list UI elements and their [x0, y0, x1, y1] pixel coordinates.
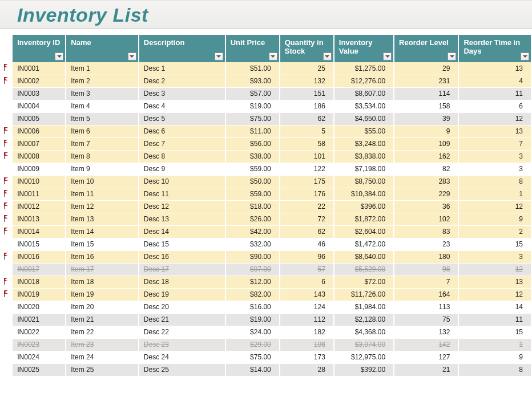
table-row[interactable]: IN0010Item 10Desc 10$50.00175$8,750.0028… [0, 175, 531, 188]
cell-value[interactable]: $2,128.00 [334, 313, 394, 326]
cell-unit-price[interactable]: $14.00 [225, 363, 280, 376]
cell-unit-price[interactable]: $56.00 [225, 137, 280, 150]
cell-inventory-id[interactable]: IN0018 [13, 276, 66, 288]
cell-value[interactable]: $1,275.00 [334, 62, 394, 75]
cell-value[interactable]: $4,650.00 [334, 112, 394, 125]
table-row[interactable]: IN0015Item 15Desc 15$32.0046$1,472.00231… [0, 238, 531, 250]
cell-name[interactable]: Item 3 [66, 87, 139, 100]
cell-value[interactable]: $8,750.00 [334, 175, 394, 188]
cell-reorder-level[interactable]: 83 [394, 225, 458, 238]
cell-qty[interactable]: 112 [280, 313, 334, 326]
cell-inventory-id[interactable]: IN0008 [13, 150, 66, 163]
table-row[interactable]: IN0018Item 18Desc 18$12.006$72.00713 [0, 276, 531, 288]
cell-reorder-time[interactable]: 12 [458, 200, 531, 213]
cell-inventory-id[interactable]: IN0024 [13, 351, 66, 363]
cell-description[interactable]: Desc 17 [139, 263, 225, 276]
cell-description[interactable]: Desc 6 [139, 125, 225, 137]
table-row[interactable]: IN0001Item 1Desc 1$51.0025$1,275.002913 [0, 62, 531, 75]
cell-reorder-level[interactable]: 127 [394, 351, 458, 363]
table-row[interactable]: IN0017Item 17Desc 17$97.0057$5,529.00981… [0, 263, 531, 276]
table-row[interactable]: IN0025Item 25Desc 25$14.0028$392.00218 [0, 363, 531, 376]
header-reorder-level[interactable]: Reorder Level [394, 35, 458, 62]
filter-dropdown-icon[interactable] [128, 52, 136, 60]
cell-reorder-level[interactable]: 36 [394, 200, 458, 213]
table-row[interactable]: IN0020Item 20Desc 20$16.00124$1,984.0011… [0, 301, 531, 313]
cell-description[interactable]: Desc 15 [139, 238, 225, 250]
cell-value[interactable]: $55.00 [334, 125, 394, 137]
cell-reorder-level[interactable]: 98 [394, 263, 458, 276]
cell-unit-price[interactable]: $29.00 [225, 338, 280, 351]
filter-dropdown-icon[interactable] [383, 52, 392, 60]
cell-inventory-id[interactable]: IN0011 [13, 188, 66, 200]
cell-reorder-level[interactable]: 231 [394, 75, 458, 87]
cell-reorder-time[interactable]: 13 [458, 276, 531, 288]
cell-unit-price[interactable]: $19.00 [225, 100, 280, 112]
cell-reorder-level[interactable]: 109 [394, 137, 458, 150]
cell-qty[interactable]: 173 [280, 351, 334, 363]
cell-value[interactable]: $2,604.00 [334, 225, 394, 238]
cell-name[interactable]: Item 20 [66, 301, 139, 313]
table-row[interactable]: IN0008Item 8Desc 8$38.00101$3,838.001623 [0, 150, 531, 163]
filter-dropdown-icon[interactable] [323, 52, 332, 60]
cell-inventory-id[interactable]: IN0023 [13, 338, 66, 351]
cell-inventory-id[interactable]: IN0003 [13, 87, 66, 100]
table-row[interactable]: IN0016Item 16Desc 16$90.0096$8,640.00180… [0, 250, 531, 263]
cell-inventory-id[interactable]: IN0019 [13, 288, 66, 301]
cell-reorder-time[interactable]: 12 [458, 263, 531, 276]
cell-description[interactable]: Desc 20 [139, 301, 225, 313]
cell-name[interactable]: Item 13 [66, 213, 139, 225]
cell-reorder-time[interactable]: 4 [458, 75, 531, 87]
cell-name[interactable]: Item 8 [66, 150, 139, 163]
cell-description[interactable]: Desc 13 [139, 213, 225, 225]
table-row[interactable]: IN0019Item 19Desc 19$82.00143$11,726.001… [0, 288, 531, 301]
cell-description[interactable]: Desc 16 [139, 250, 225, 263]
cell-inventory-id[interactable]: IN0022 [13, 326, 66, 338]
cell-name[interactable]: Item 19 [66, 288, 139, 301]
cell-reorder-level[interactable]: 23 [394, 238, 458, 250]
cell-reorder-time[interactable]: 9 [458, 213, 531, 225]
header-inventory-value[interactable]: Inventory Value [334, 35, 394, 62]
cell-inventory-id[interactable]: IN0021 [13, 313, 66, 326]
cell-reorder-time[interactable]: 2 [458, 225, 531, 238]
table-row[interactable]: IN0022Item 22Desc 22$24.00182$4,368.0013… [0, 326, 531, 338]
cell-description[interactable]: Desc 7 [139, 137, 225, 150]
filter-dropdown-icon[interactable] [521, 52, 529, 60]
table-row[interactable]: IN0009Item 9Desc 9$59.00122$7,198.00823 [0, 163, 531, 175]
table-row[interactable]: IN0004Item 4Desc 4$19.00186$3,534.001586 [0, 100, 531, 112]
cell-name[interactable]: Item 4 [66, 100, 139, 112]
cell-qty[interactable]: 28 [280, 363, 334, 376]
cell-reorder-level[interactable]: 7 [394, 276, 458, 288]
cell-value[interactable]: $8,640.00 [334, 250, 394, 263]
cell-name[interactable]: Item 22 [66, 326, 139, 338]
cell-reorder-time[interactable]: 3 [458, 163, 531, 175]
cell-reorder-time[interactable]: 14 [458, 301, 531, 313]
cell-description[interactable]: Desc 14 [139, 225, 225, 238]
cell-name[interactable]: Item 15 [66, 238, 139, 250]
cell-qty[interactable]: 5 [280, 125, 334, 137]
header-name[interactable]: Name [66, 35, 139, 62]
cell-value[interactable]: $72.00 [334, 276, 394, 288]
cell-value[interactable]: $8,607.00 [334, 87, 394, 100]
cell-reorder-time[interactable]: 13 [458, 62, 531, 75]
cell-reorder-level[interactable]: 75 [394, 313, 458, 326]
cell-description[interactable]: Desc 21 [139, 313, 225, 326]
cell-name[interactable]: Item 14 [66, 225, 139, 238]
cell-unit-price[interactable]: $18.00 [225, 200, 280, 213]
cell-inventory-id[interactable]: IN0016 [13, 250, 66, 263]
cell-reorder-level[interactable]: 283 [394, 175, 458, 188]
cell-inventory-id[interactable]: IN0012 [13, 200, 66, 213]
cell-value[interactable]: $1,984.00 [334, 301, 394, 313]
cell-qty[interactable]: 22 [280, 200, 334, 213]
cell-inventory-id[interactable]: IN0013 [13, 213, 66, 225]
cell-value[interactable]: $1,872.00 [334, 213, 394, 225]
cell-unit-price[interactable]: $93.00 [225, 75, 280, 87]
cell-unit-price[interactable]: $82.00 [225, 288, 280, 301]
cell-inventory-id[interactable]: IN0009 [13, 163, 66, 175]
cell-value[interactable]: $10,384.00 [334, 188, 394, 200]
table-row[interactable]: IN0021Item 21Desc 21$19.00112$2,128.0075… [0, 313, 531, 326]
table-row[interactable]: IN0014Item 14Desc 14$42.0062$2,604.00832 [0, 225, 531, 238]
cell-qty[interactable]: 143 [280, 288, 334, 301]
cell-qty[interactable]: 46 [280, 238, 334, 250]
cell-name[interactable]: Item 11 [66, 188, 139, 200]
cell-unit-price[interactable]: $26.00 [225, 213, 280, 225]
